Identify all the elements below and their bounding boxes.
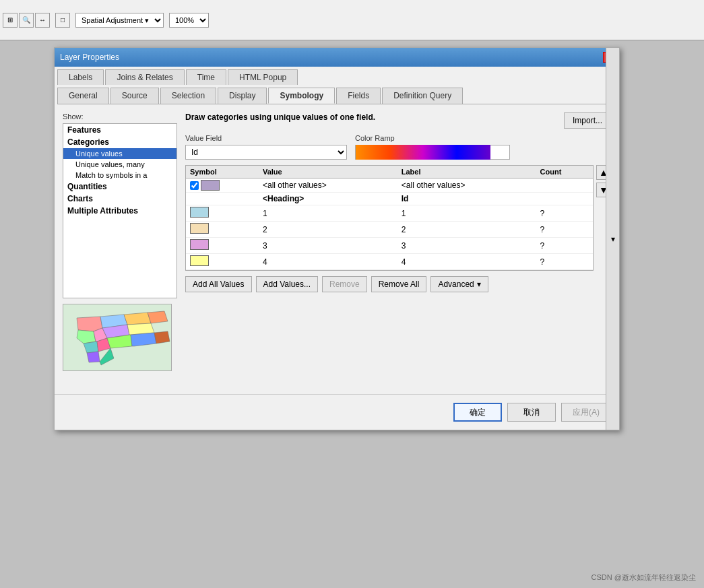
show-label: Show: (63, 112, 177, 121)
other-values-checkbox-cell (190, 180, 255, 191)
tab-html-popup[interactable]: HTML Popup (228, 69, 298, 85)
values-table: Symbol Value Label Count (186, 166, 593, 270)
table-row: <all other values> <all other values> (186, 178, 593, 193)
value-2: 2 (259, 222, 397, 238)
toolbar: ⊞ 🔍 ↔ □ Spatial Adjustment ▾ 100% (0, 0, 704, 40)
tab-selection[interactable]: Selection (160, 88, 216, 104)
tab-display[interactable]: Display (218, 88, 267, 104)
tab-source[interactable]: Source (110, 88, 159, 104)
show-item-charts[interactable]: Charts (63, 193, 177, 205)
advanced-button[interactable]: Advanced ▾ (430, 276, 488, 292)
zoom-dropdown[interactable]: 100% (169, 13, 209, 28)
heading-symbol (186, 193, 259, 205)
heading-value: <Heading> (259, 193, 397, 205)
tab-definition-query[interactable]: Definition Query (382, 88, 463, 104)
value-field-label: Value Field (185, 134, 347, 142)
other-values-swatch (201, 180, 220, 191)
label-1: 1 (397, 205, 536, 222)
value-3: 3 (259, 238, 397, 254)
other-values-checkbox[interactable] (190, 181, 199, 190)
table-area: Symbol Value Label Count (185, 165, 611, 276)
label-4: 4 (397, 254, 536, 270)
svg-marker-13 (154, 331, 170, 344)
heading-label: Id (397, 193, 536, 205)
apply-button[interactable]: 应用(A) (561, 403, 611, 422)
remove-button[interactable]: Remove (322, 276, 367, 292)
swatch-1 (190, 207, 209, 218)
table-wrapper: Symbol Value Label Count (185, 165, 594, 276)
col-count: Count (536, 166, 593, 178)
advanced-arrow-icon: ▾ (477, 280, 481, 289)
map-svg (63, 304, 172, 371)
tab-labels[interactable]: Labels (57, 69, 104, 85)
toolbar-btn-4[interactable]: □ (55, 13, 70, 28)
svg-marker-1 (77, 317, 102, 331)
value-1: 1 (259, 205, 397, 222)
fields-row: Value Field Id Color Ramp ▾ (185, 134, 611, 160)
tab-time[interactable]: Time (186, 69, 226, 85)
remove-all-button[interactable]: Remove All (371, 276, 427, 292)
tab-symbology[interactable]: Symbology (268, 88, 335, 104)
label-2: 2 (397, 222, 536, 238)
spatial-adjustment-dropdown[interactable]: Spatial Adjustment ▾ (75, 13, 164, 28)
dialog-footer: 确定 取消 应用(A) (55, 394, 619, 430)
other-values-label: <all other values> (397, 178, 536, 193)
col-label: Label (397, 166, 536, 178)
color-ramp-dropdown[interactable]: ▾ (606, 48, 619, 430)
heading-count (536, 193, 593, 205)
show-item-match-symbols[interactable]: Match to symbols in a (63, 170, 177, 181)
label-3: 3 (397, 238, 536, 254)
tab-joins[interactable]: Joins & Relates (105, 69, 184, 85)
other-values-count (536, 178, 593, 193)
color-ramp-label: Color Ramp (355, 134, 510, 142)
count-4: ? (536, 254, 593, 270)
value-field-group: Value Field Id (185, 134, 347, 160)
tab-fields[interactable]: Fields (336, 88, 381, 104)
layer-properties-dialog: Layer Properties × Labels Joins & Relate… (54, 47, 620, 430)
table-row: 2 2 ? (186, 222, 593, 238)
other-values-value: <all other values> (259, 178, 397, 193)
swatch-4 (190, 255, 209, 266)
tab-general[interactable]: General (57, 88, 109, 104)
show-item-features[interactable]: Features (63, 124, 177, 136)
draw-title: Draw categories using unique values of o… (185, 112, 375, 122)
add-values-button[interactable]: Add Values... (256, 276, 319, 292)
show-item-unique-values-many[interactable]: Unique values, many (63, 159, 177, 170)
values-table-container: Symbol Value Label Count (185, 165, 594, 271)
dialog-titlebar: Layer Properties × (55, 48, 619, 67)
import-button[interactable]: Import... (564, 112, 611, 129)
show-item-quantities[interactable]: Quantities (63, 181, 177, 193)
ok-button[interactable]: 确定 (453, 403, 502, 422)
dialog-title: Layer Properties (60, 53, 119, 62)
advanced-label: Advanced (438, 280, 474, 289)
toolbar-btn-3[interactable]: ↔ (35, 13, 50, 28)
add-all-values-button[interactable]: Add All Values (185, 276, 252, 292)
left-panel: Show: Features Categories Unique values … (63, 112, 177, 386)
table-row: 3 3 ? (186, 238, 593, 254)
cancel-button[interactable]: 取消 (507, 403, 556, 422)
svg-marker-3 (124, 313, 151, 325)
show-item-multiple-attrs[interactable]: Multiple Attributes (63, 205, 177, 217)
table-row: 4 4 ? (186, 254, 593, 270)
table-row: <Heading> Id (186, 193, 593, 205)
svg-marker-14 (87, 352, 100, 362)
table-row: 1 1 ? (186, 205, 593, 222)
count-1: ? (536, 205, 593, 222)
action-row: Add All Values Add Values... Remove Remo… (185, 276, 611, 292)
show-item-categories[interactable]: Categories (63, 136, 177, 148)
tabs-row2: General Source Selection Display Symbolo… (55, 85, 619, 104)
show-item-unique-values[interactable]: Unique values (63, 148, 177, 159)
map-preview (63, 304, 172, 371)
toolbar-btn-2[interactable]: 🔍 (19, 13, 34, 28)
col-value: Value (259, 166, 397, 178)
tabs-row1: Labels Joins & Relates Time HTML Popup (55, 67, 619, 85)
count-2: ? (536, 222, 593, 238)
value-field-select[interactable]: Id (185, 145, 347, 160)
swatch-3 (190, 239, 209, 250)
svg-marker-8 (148, 311, 168, 323)
watermark: CSDN @逝水如流年轻往返染尘 (591, 573, 696, 583)
value-4: 4 (259, 254, 397, 270)
toolbar-btn-1[interactable]: ⊞ (3, 13, 18, 28)
dialog-content: Show: Features Categories Unique values … (55, 104, 619, 394)
color-ramp-group: Color Ramp ▾ (355, 134, 510, 160)
